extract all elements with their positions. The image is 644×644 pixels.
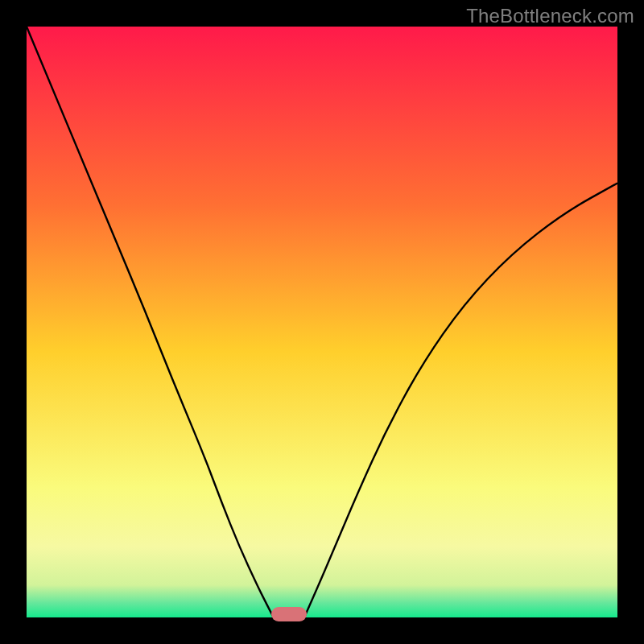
- chart-frame: TheBottleneck.com: [0, 0, 644, 644]
- optimal-marker: [271, 607, 307, 621]
- plot-background: [27, 27, 617, 617]
- watermark-text: TheBottleneck.com: [466, 5, 634, 27]
- bottleneck-chart: [0, 0, 644, 644]
